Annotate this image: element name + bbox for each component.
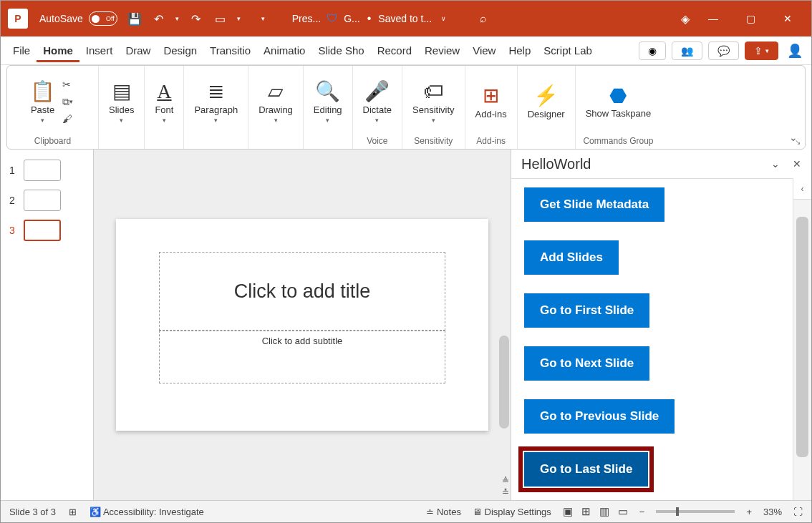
fit-to-window-icon[interactable]: ⛶ — [793, 507, 803, 517]
taskpane-scrollbar[interactable] — [793, 200, 811, 500]
tab-review[interactable]: Review — [418, 39, 466, 62]
tab-help[interactable]: Help — [502, 39, 537, 62]
account-name[interactable]: G... — [344, 13, 360, 24]
tab-home[interactable]: Home — [37, 39, 79, 62]
ribbon-collapse-icon[interactable]: ⌄ — [789, 132, 798, 143]
undo-dropdown-icon[interactable]: ▾ — [170, 11, 185, 26]
search-icon[interactable]: ⌕ — [476, 11, 490, 26]
display-settings-button[interactable]: 🖥 Display Settings — [473, 507, 551, 517]
titlebar: P AutoSave Off 💾 ↶ ▾ ↷ ▭ ▾ ▾ Pres... 🛡 G… — [1, 1, 811, 36]
go-next-slide-button[interactable]: Go to Next Slide — [524, 346, 649, 381]
slide-counter[interactable]: Slide 3 of 3 — [9, 507, 56, 517]
clipboard-group-label: Clipboard — [34, 135, 71, 147]
sensitivity-button[interactable]: 🏷Sensitivity▾ — [408, 79, 459, 125]
taskpane-expand-icon[interactable]: ‹ — [793, 178, 811, 200]
slideshow-view-icon[interactable]: ▭ — [618, 505, 628, 518]
filename[interactable]: Pres... — [292, 13, 321, 24]
zoom-in-icon[interactable]: + — [746, 507, 752, 517]
premium-icon[interactable]: ◈ — [678, 11, 692, 26]
clipboard-icon: 📋 — [30, 80, 55, 103]
tab-slideshow[interactable]: Slide Sho — [311, 39, 370, 62]
drawing-button[interactable]: ▱Drawing▾ — [254, 79, 297, 125]
normal-view-icon[interactable]: ▣ — [563, 505, 573, 518]
save-icon[interactable]: 💾 — [127, 11, 142, 26]
save-status-dropdown-icon[interactable]: ∨ — [436, 11, 450, 26]
next-slide-icon[interactable]: ≛ — [502, 487, 509, 497]
taskpane-header: HelloWorld ⌄ ✕ — [511, 150, 811, 178]
shield-icon: 🛡 — [325, 11, 339, 26]
tab-design[interactable]: Design — [157, 39, 203, 62]
tab-draw[interactable]: Draw — [119, 39, 157, 62]
tab-scriptlab[interactable]: Script Lab — [537, 39, 599, 62]
comments-button[interactable]: 💬 — [708, 41, 739, 60]
tab-insert[interactable]: Insert — [79, 39, 120, 62]
close-button[interactable]: ✕ — [771, 1, 804, 36]
minimize-button[interactable]: — — [697, 1, 730, 36]
get-metadata-button[interactable]: Get Slide Metadata — [524, 187, 664, 222]
qat-customize-icon[interactable]: ▾ — [256, 11, 271, 26]
save-status[interactable]: Saved to t... — [378, 13, 432, 24]
taskpane-content: Get Slide Metadata Add Slides Go to Firs… — [511, 178, 793, 500]
subtitle-placeholder[interactable]: Click to add subtitle — [159, 331, 445, 383]
account-icon[interactable]: 👤 — [787, 43, 803, 59]
format-painter-icon[interactable]: 🖌 — [62, 112, 79, 125]
group-slides: ▤Slides▾ — [99, 66, 145, 149]
taskpane-close-icon[interactable]: ✕ — [793, 158, 801, 170]
tab-animations[interactable]: Animatio — [257, 39, 311, 62]
addins-icon: ⊞ — [483, 84, 499, 107]
autosave-toggle[interactable]: Off — [89, 11, 117, 26]
editing-button[interactable]: 🔍Editing▾ — [309, 79, 347, 125]
status-bar: Slide 3 of 3 ⊞ ♿ Accessibility: Investig… — [1, 500, 811, 522]
autosave-control[interactable]: AutoSave Off — [39, 11, 117, 26]
tab-transitions[interactable]: Transitio — [203, 39, 257, 62]
language-icon[interactable]: ⊞ — [69, 507, 77, 517]
slide-canvas[interactable]: Click to add title Click to add subtitle… — [94, 150, 511, 500]
search-icon: 🔍 — [315, 80, 340, 103]
dictate-button[interactable]: 🎤Dictate▾ — [359, 79, 396, 125]
tab-file[interactable]: File — [6, 39, 37, 62]
paste-button[interactable]: 📋 Paste ▾ — [26, 79, 59, 125]
tab-record[interactable]: Record — [371, 39, 418, 62]
go-last-slide-button[interactable]: Go to Last Slide — [524, 452, 648, 487]
go-previous-slide-button[interactable]: Go to Previous Slide — [524, 399, 675, 434]
notes-button[interactable]: ≐ Notes — [426, 507, 461, 517]
present-icon[interactable]: ▭ — [213, 11, 228, 26]
thumbnail-1[interactable]: 1 — [1, 155, 93, 185]
teams-button[interactable]: 👥 — [672, 41, 702, 60]
maximize-button[interactable]: ▢ — [734, 1, 767, 36]
paragraph-button[interactable]: ≣Paragraph▾ — [190, 79, 242, 125]
undo-icon[interactable]: ↶ — [152, 11, 166, 26]
accessibility-status[interactable]: ♿ Accessibility: Investigate — [90, 507, 204, 517]
slide[interactable]: Click to add title Click to add subtitle — [116, 219, 488, 431]
zoom-level[interactable]: 33% — [763, 507, 782, 517]
group-font: AFont▾ — [145, 66, 184, 149]
add-slides-button[interactable]: Add Slides — [524, 240, 619, 275]
record-button[interactable]: ◉ — [639, 41, 666, 60]
go-first-slide-button[interactable]: Go to First Slide — [524, 293, 649, 328]
prev-slide-icon[interactable]: ≜ — [502, 476, 509, 486]
reading-view-icon[interactable]: ▥ — [599, 505, 609, 518]
share-button[interactable]: ⇪ ▾ — [745, 41, 778, 60]
designer-button[interactable]: ⚡Designer — [523, 83, 569, 121]
zoom-out-icon[interactable]: − — [639, 507, 645, 517]
present-dropdown-icon[interactable]: ▾ — [232, 11, 246, 26]
font-button[interactable]: AFont▾ — [150, 79, 178, 125]
copy-icon[interactable]: ⧉ ▾ — [62, 95, 79, 108]
cut-icon[interactable]: ✂ — [62, 78, 79, 91]
addins-button[interactable]: ⊞Add-ins — [471, 83, 511, 121]
thumbnail-3[interactable]: 3 — [1, 215, 93, 245]
show-taskpane-button[interactable]: ⬣Show Taskpane — [581, 83, 656, 120]
designer-icon: ⚡ — [533, 84, 559, 107]
tab-view[interactable]: View — [466, 39, 502, 62]
ribbon-tabs: File Home Insert Draw Design Transitio A… — [1, 36, 811, 65]
ribbon: 📋 Paste ▾ ✂ ⧉ ▾ 🖌 Clipboard ↘ ▤Slides▾ A… — [6, 65, 806, 150]
title-placeholder[interactable]: Click to add title — [159, 252, 445, 331]
thumbnail-2[interactable]: 2 — [1, 185, 93, 215]
taskpane-dropdown-icon[interactable]: ⌄ — [771, 158, 780, 170]
sorter-view-icon[interactable]: ⊞ — [581, 505, 591, 518]
redo-icon[interactable]: ↷ — [189, 11, 203, 26]
canvas-scrollbar[interactable] — [498, 150, 511, 464]
paragraph-icon: ≣ — [208, 80, 224, 103]
slides-button[interactable]: ▤Slides▾ — [105, 79, 138, 125]
zoom-slider[interactable] — [656, 510, 735, 513]
